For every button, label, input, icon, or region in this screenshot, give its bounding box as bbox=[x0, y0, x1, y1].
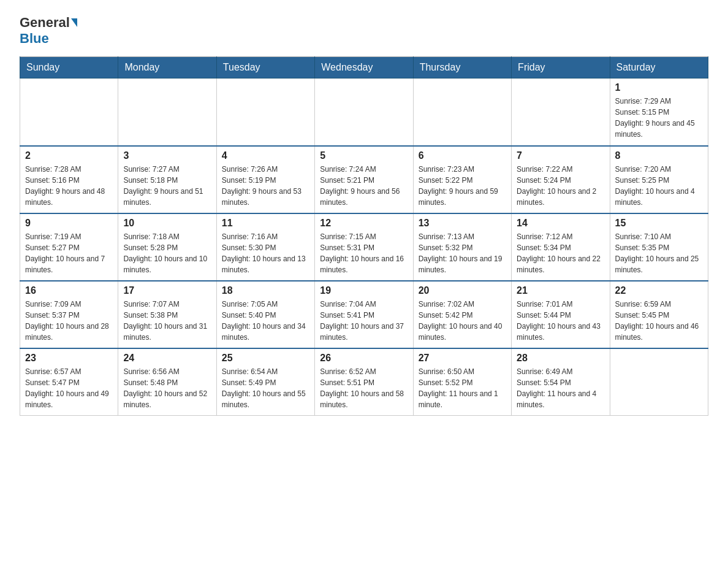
logo-blue-text: Blue bbox=[20, 31, 49, 47]
weekday-header-saturday: Saturday bbox=[610, 57, 708, 79]
day-number: 12 bbox=[320, 218, 408, 229]
day-info: Sunrise: 7:09 AMSunset: 5:37 PMDaylight:… bbox=[25, 299, 113, 343]
day-number: 1 bbox=[615, 82, 703, 93]
day-number: 20 bbox=[419, 285, 506, 296]
calendar-cell: 11Sunrise: 7:16 AMSunset: 5:30 PMDayligh… bbox=[216, 213, 314, 281]
logo-general-text: General bbox=[20, 15, 70, 31]
logo: General Blue bbox=[20, 15, 78, 47]
weekday-header-friday: Friday bbox=[512, 57, 610, 79]
day-info: Sunrise: 7:29 AMSunset: 5:15 PMDaylight:… bbox=[615, 96, 703, 140]
day-number: 27 bbox=[419, 353, 506, 364]
day-info: Sunrise: 7:13 AMSunset: 5:32 PMDaylight:… bbox=[419, 231, 506, 275]
day-info: Sunrise: 7:19 AMSunset: 5:27 PMDaylight:… bbox=[25, 231, 113, 275]
calendar-cell: 1Sunrise: 7:29 AMSunset: 5:15 PMDaylight… bbox=[610, 79, 708, 146]
calendar-cell: 16Sunrise: 7:09 AMSunset: 5:37 PMDayligh… bbox=[20, 281, 118, 348]
calendar-cell: 17Sunrise: 7:07 AMSunset: 5:38 PMDayligh… bbox=[118, 281, 216, 348]
calendar-table: SundayMondayTuesdayWednesdayThursdayFrid… bbox=[20, 56, 708, 416]
calendar-cell: 26Sunrise: 6:52 AMSunset: 5:51 PMDayligh… bbox=[315, 348, 413, 416]
day-number: 25 bbox=[222, 353, 309, 364]
calendar-cell: 23Sunrise: 6:57 AMSunset: 5:47 PMDayligh… bbox=[20, 348, 118, 416]
day-number: 6 bbox=[419, 150, 506, 161]
weekday-header-sunday: Sunday bbox=[20, 57, 118, 79]
weekday-header-tuesday: Tuesday bbox=[216, 57, 314, 79]
calendar-week-row: 9Sunrise: 7:19 AMSunset: 5:27 PMDaylight… bbox=[20, 213, 708, 281]
day-info: Sunrise: 7:10 AMSunset: 5:35 PMDaylight:… bbox=[615, 231, 703, 275]
day-info: Sunrise: 7:28 AMSunset: 5:16 PMDaylight:… bbox=[25, 164, 113, 208]
day-number: 19 bbox=[320, 285, 408, 296]
day-info: Sunrise: 6:59 AMSunset: 5:45 PMDaylight:… bbox=[615, 299, 703, 343]
day-info: Sunrise: 7:01 AMSunset: 5:44 PMDaylight:… bbox=[517, 299, 604, 343]
calendar-cell: 19Sunrise: 7:04 AMSunset: 5:41 PMDayligh… bbox=[315, 281, 413, 348]
calendar-week-row: 1Sunrise: 7:29 AMSunset: 5:15 PMDaylight… bbox=[20, 79, 708, 146]
calendar-cell: 2Sunrise: 7:28 AMSunset: 5:16 PMDaylight… bbox=[20, 146, 118, 213]
day-number: 17 bbox=[123, 285, 211, 296]
day-info: Sunrise: 7:07 AMSunset: 5:38 PMDaylight:… bbox=[123, 299, 211, 343]
day-info: Sunrise: 7:27 AMSunset: 5:18 PMDaylight:… bbox=[123, 164, 211, 208]
day-number: 3 bbox=[123, 150, 211, 161]
weekday-header-row: SundayMondayTuesdayWednesdayThursdayFrid… bbox=[20, 57, 708, 79]
day-number: 22 bbox=[615, 285, 703, 296]
day-number: 16 bbox=[25, 285, 113, 296]
calendar-cell: 12Sunrise: 7:15 AMSunset: 5:31 PMDayligh… bbox=[315, 213, 413, 281]
day-number: 7 bbox=[517, 150, 604, 161]
calendar-cell: 20Sunrise: 7:02 AMSunset: 5:42 PMDayligh… bbox=[413, 281, 511, 348]
day-number: 8 bbox=[615, 150, 703, 161]
calendar-cell: 13Sunrise: 7:13 AMSunset: 5:32 PMDayligh… bbox=[413, 213, 511, 281]
day-info: Sunrise: 7:23 AMSunset: 5:22 PMDaylight:… bbox=[419, 164, 506, 208]
day-number: 23 bbox=[25, 353, 113, 364]
logo-arrow-icon bbox=[71, 18, 77, 27]
calendar-cell: 3Sunrise: 7:27 AMSunset: 5:18 PMDaylight… bbox=[118, 146, 216, 213]
day-info: Sunrise: 6:52 AMSunset: 5:51 PMDaylight:… bbox=[320, 366, 408, 410]
calendar-cell: 5Sunrise: 7:24 AMSunset: 5:21 PMDaylight… bbox=[315, 146, 413, 213]
calendar-cell: 24Sunrise: 6:56 AMSunset: 5:48 PMDayligh… bbox=[118, 348, 216, 416]
day-info: Sunrise: 7:12 AMSunset: 5:34 PMDaylight:… bbox=[517, 231, 604, 275]
day-number: 11 bbox=[222, 218, 309, 229]
day-number: 9 bbox=[25, 218, 113, 229]
weekday-header-monday: Monday bbox=[118, 57, 216, 79]
day-number: 28 bbox=[517, 353, 604, 364]
calendar-cell bbox=[118, 79, 216, 146]
day-info: Sunrise: 7:22 AMSunset: 5:24 PMDaylight:… bbox=[517, 164, 604, 208]
day-number: 18 bbox=[222, 285, 309, 296]
calendar-week-row: 23Sunrise: 6:57 AMSunset: 5:47 PMDayligh… bbox=[20, 348, 708, 416]
day-number: 4 bbox=[222, 150, 309, 161]
day-number: 2 bbox=[25, 150, 113, 161]
calendar-cell: 27Sunrise: 6:50 AMSunset: 5:52 PMDayligh… bbox=[413, 348, 511, 416]
weekday-header-thursday: Thursday bbox=[413, 57, 511, 79]
calendar-cell: 25Sunrise: 6:54 AMSunset: 5:49 PMDayligh… bbox=[216, 348, 314, 416]
calendar-cell: 10Sunrise: 7:18 AMSunset: 5:28 PMDayligh… bbox=[118, 213, 216, 281]
day-info: Sunrise: 7:26 AMSunset: 5:19 PMDaylight:… bbox=[222, 164, 309, 208]
day-info: Sunrise: 7:05 AMSunset: 5:40 PMDaylight:… bbox=[222, 299, 309, 343]
calendar-cell bbox=[413, 79, 511, 146]
day-info: Sunrise: 7:02 AMSunset: 5:42 PMDaylight:… bbox=[419, 299, 506, 343]
day-info: Sunrise: 7:24 AMSunset: 5:21 PMDaylight:… bbox=[320, 164, 408, 208]
calendar-cell: 15Sunrise: 7:10 AMSunset: 5:35 PMDayligh… bbox=[610, 213, 708, 281]
day-info: Sunrise: 6:49 AMSunset: 5:54 PMDaylight:… bbox=[517, 366, 604, 410]
calendar-week-row: 2Sunrise: 7:28 AMSunset: 5:16 PMDaylight… bbox=[20, 146, 708, 213]
day-number: 21 bbox=[517, 285, 604, 296]
day-info: Sunrise: 6:57 AMSunset: 5:47 PMDaylight:… bbox=[25, 366, 113, 410]
calendar-cell: 28Sunrise: 6:49 AMSunset: 5:54 PMDayligh… bbox=[512, 348, 610, 416]
calendar-cell: 21Sunrise: 7:01 AMSunset: 5:44 PMDayligh… bbox=[512, 281, 610, 348]
calendar-cell: 18Sunrise: 7:05 AMSunset: 5:40 PMDayligh… bbox=[216, 281, 314, 348]
calendar-week-row: 16Sunrise: 7:09 AMSunset: 5:37 PMDayligh… bbox=[20, 281, 708, 348]
calendar-cell: 22Sunrise: 6:59 AMSunset: 5:45 PMDayligh… bbox=[610, 281, 708, 348]
day-info: Sunrise: 7:16 AMSunset: 5:30 PMDaylight:… bbox=[222, 231, 309, 275]
day-info: Sunrise: 7:15 AMSunset: 5:31 PMDaylight:… bbox=[320, 231, 408, 275]
day-info: Sunrise: 7:20 AMSunset: 5:25 PMDaylight:… bbox=[615, 164, 703, 208]
day-info: Sunrise: 6:54 AMSunset: 5:49 PMDaylight:… bbox=[222, 366, 309, 410]
calendar-cell: 14Sunrise: 7:12 AMSunset: 5:34 PMDayligh… bbox=[512, 213, 610, 281]
calendar-cell bbox=[20, 79, 118, 146]
day-info: Sunrise: 7:18 AMSunset: 5:28 PMDaylight:… bbox=[123, 231, 211, 275]
day-number: 10 bbox=[123, 218, 211, 229]
calendar-cell bbox=[610, 348, 708, 416]
day-info: Sunrise: 7:04 AMSunset: 5:41 PMDaylight:… bbox=[320, 299, 408, 343]
day-info: Sunrise: 6:56 AMSunset: 5:48 PMDaylight:… bbox=[123, 366, 211, 410]
calendar-cell bbox=[512, 79, 610, 146]
day-info: Sunrise: 6:50 AMSunset: 5:52 PMDaylight:… bbox=[419, 366, 506, 410]
calendar-cell: 9Sunrise: 7:19 AMSunset: 5:27 PMDaylight… bbox=[20, 213, 118, 281]
calendar-cell: 4Sunrise: 7:26 AMSunset: 5:19 PMDaylight… bbox=[216, 146, 314, 213]
calendar-cell: 7Sunrise: 7:22 AMSunset: 5:24 PMDaylight… bbox=[512, 146, 610, 213]
day-number: 15 bbox=[615, 218, 703, 229]
day-number: 5 bbox=[320, 150, 408, 161]
